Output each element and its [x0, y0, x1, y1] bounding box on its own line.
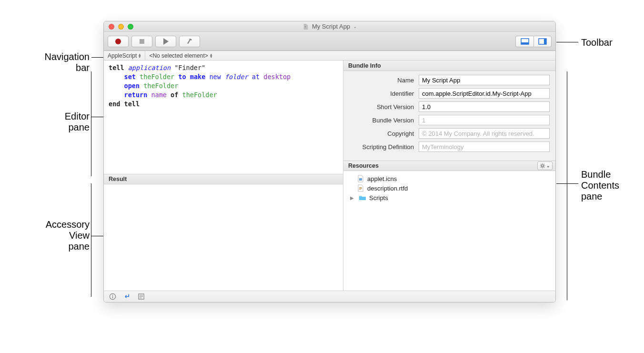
titlebar: My Script App ⌄	[104, 21, 555, 32]
resources-header: Resources ⌄	[343, 161, 555, 171]
identifier-field[interactable]	[419, 88, 550, 99]
right-pane-icon	[538, 38, 547, 45]
svg-point-4	[542, 165, 544, 167]
result-header: Result	[104, 174, 343, 184]
close-button[interactable]	[109, 24, 114, 30]
result-tab[interactable]	[123, 293, 131, 301]
resource-item[interactable]: applet.icns	[347, 174, 552, 183]
name-field[interactable]	[419, 75, 550, 85]
footer-bar	[104, 291, 555, 302]
svg-point-18	[112, 295, 113, 296]
callout-editor: Editor pane	[38, 111, 90, 133]
sdef-label: Scripting Definition	[349, 143, 419, 151]
updown-icon: ▴▾	[139, 53, 141, 58]
window: My Script App ⌄ AppleScript ▴▾ <No selec…	[103, 21, 556, 303]
log-tab[interactable]	[137, 293, 145, 301]
svg-rect-14	[359, 187, 362, 188]
identifier-label: Identifier	[349, 90, 419, 97]
element-label: <No selected element>	[149, 52, 208, 59]
bundle-version-label: Bundle Version	[349, 117, 419, 124]
svg-rect-3	[544, 39, 546, 44]
description-tab[interactable]	[109, 293, 116, 301]
bundle-contents-pane: Bundle Info Name Identifier Short Versio…	[343, 61, 555, 291]
element-popup[interactable]: <No selected element> ▴▾	[145, 51, 216, 60]
bundle-version-field[interactable]	[419, 115, 550, 125]
disclosure-triangle-icon[interactable]: ▶	[350, 195, 356, 201]
folder-icon	[359, 194, 366, 202]
svg-rect-16	[359, 189, 361, 190]
compile-button[interactable]	[179, 36, 200, 47]
resource-folder[interactable]: ▶ Scripts	[347, 193, 552, 202]
svg-line-9	[541, 164, 541, 164]
callout-bundle: Bundle Contents pane	[581, 169, 619, 202]
bundle-info-header: Bundle Info	[343, 61, 555, 71]
sdef-field[interactable]	[419, 141, 550, 152]
info-icon	[109, 293, 116, 300]
callout-accessory: Accessory View pane	[10, 219, 90, 252]
traffic-lights	[109, 24, 133, 30]
run-button[interactable]	[155, 36, 176, 47]
stop-icon	[140, 39, 144, 44]
short-version-field[interactable]	[419, 101, 550, 112]
toolbar	[104, 32, 555, 51]
gear-icon	[540, 163, 545, 169]
resources-list: applet.icns description.rtfd ▶ Scripts	[343, 171, 555, 291]
show-right-pane-button[interactable]	[533, 36, 552, 47]
callout-toolbar: Toolbar	[581, 37, 613, 48]
play-icon	[163, 38, 169, 45]
window-title: My Script App ⌄	[104, 23, 555, 30]
svg-rect-1	[521, 42, 529, 44]
svg-rect-15	[359, 188, 362, 189]
stop-button[interactable]	[131, 36, 152, 47]
language-popup[interactable]: AppleScript ▴▾	[104, 51, 145, 60]
editor-pane[interactable]: tell application "Finder" set theFolder …	[104, 61, 343, 174]
show-bottom-pane-button[interactable]	[515, 36, 533, 47]
svg-line-10	[544, 167, 544, 168]
zoom-button[interactable]	[128, 24, 133, 30]
result-pane	[104, 184, 343, 291]
record-icon	[115, 39, 121, 44]
short-version-label: Short Version	[349, 103, 419, 111]
svg-rect-13	[359, 178, 362, 181]
updown-icon: ▴▾	[210, 53, 212, 58]
log-icon	[138, 293, 145, 300]
svg-line-12	[544, 164, 544, 164]
callout-navbar: Navigation bar	[13, 51, 90, 73]
copyright-label: Copyright	[349, 130, 419, 137]
name-label: Name	[349, 77, 419, 84]
copyright-field[interactable]	[419, 128, 550, 139]
language-label: AppleScript	[108, 52, 137, 59]
bottom-pane-icon	[521, 38, 529, 45]
return-icon	[123, 293, 131, 300]
svg-rect-19	[112, 296, 112, 299]
resource-item[interactable]: description.rtfd	[347, 183, 552, 193]
hammer-icon	[186, 38, 193, 45]
script-doc-icon	[302, 23, 309, 30]
navigation-bar: AppleScript ▴▾ <No selected element> ▴▾	[104, 51, 555, 61]
svg-line-11	[541, 167, 541, 168]
icns-file-icon	[357, 175, 364, 182]
rtfd-file-icon	[357, 184, 364, 192]
chevron-down-icon: ⌄	[546, 163, 550, 168]
resources-action-button[interactable]: ⌄	[537, 161, 553, 170]
record-button[interactable]	[108, 36, 129, 47]
window-title-text: My Script App	[312, 23, 350, 30]
minimize-button[interactable]	[118, 24, 124, 30]
chevron-down-icon: ⌄	[353, 24, 357, 29]
